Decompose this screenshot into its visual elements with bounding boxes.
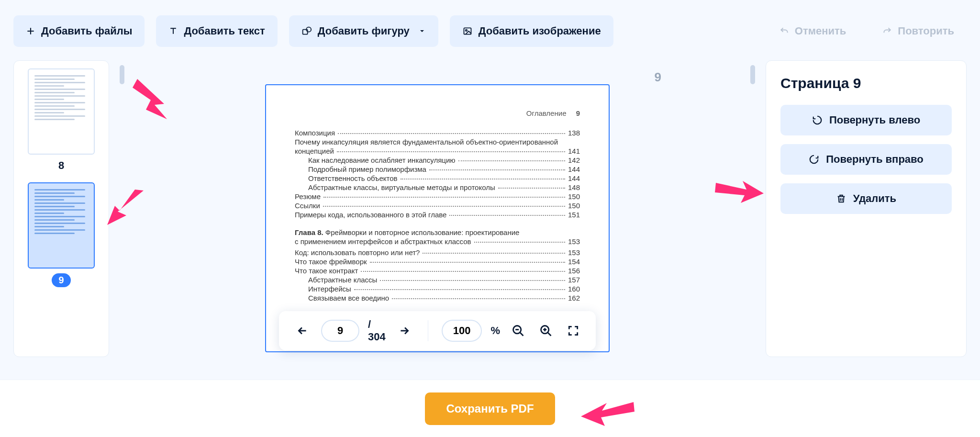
- toc-dots: [361, 271, 565, 272]
- delete-label: Удалить: [853, 192, 896, 205]
- toc-row: Что такое фреймворк154: [295, 258, 580, 266]
- toc-page: 153: [568, 248, 580, 257]
- toc-title: Ссылки: [295, 202, 320, 210]
- toc-page: 157: [568, 276, 580, 284]
- panel-title: Страница 9: [780, 75, 952, 91]
- toc-row: Интерфейсы160: [295, 285, 580, 293]
- next-page-button[interactable]: [394, 322, 414, 340]
- toc-page: 160: [568, 285, 580, 293]
- page-header-text: Оглавление: [526, 109, 567, 117]
- toc-dots: [354, 289, 565, 290]
- toc-dots: [498, 188, 565, 189]
- undo-button[interactable]: Отменить: [767, 15, 859, 47]
- rotate-right-button[interactable]: Повернуть вправо: [780, 144, 952, 175]
- toc-row: Композиция138: [295, 129, 580, 137]
- chapter-title-1: Фреймворки и повторное использование: пр…: [325, 228, 520, 236]
- toc-dots: [323, 206, 565, 207]
- toc-title: Связываем все воедино: [308, 294, 389, 302]
- toc-row: Абстрактные классы157: [295, 276, 580, 284]
- toc-dots: [380, 280, 565, 281]
- add-files-button[interactable]: Добавить файлы: [13, 15, 145, 47]
- total-pages: 304: [368, 331, 386, 343]
- save-pdf-label: Сохранить PDF: [446, 402, 534, 415]
- fullscreen-button[interactable]: [564, 322, 582, 340]
- zoom-input[interactable]: 100: [442, 320, 482, 342]
- toc-row: Ответственность объектов144: [295, 174, 580, 182]
- rotate-right-icon: [809, 154, 819, 165]
- undo-icon: [780, 26, 789, 36]
- zoom-value: 100: [453, 325, 471, 337]
- toc-row: Решение для электронного бизнеса172: [295, 351, 580, 352]
- toc-title: Код: использовать повторно или нет?: [295, 248, 420, 257]
- rotate-left-icon: [812, 115, 823, 125]
- toc-page: 138: [568, 129, 580, 137]
- delete-button[interactable]: Удалить: [780, 183, 952, 214]
- page-separator: / 304: [368, 318, 386, 343]
- toolbar: Добавить файлы Добавить текст Добавить ф…: [0, 0, 980, 60]
- toc-page: 144: [568, 165, 580, 173]
- toc-title: Что такое контракт: [295, 267, 358, 275]
- toc-dots: [392, 298, 565, 299]
- page-actions-panel: Страница 9 Повернуть влево Повернуть впр…: [766, 60, 967, 357]
- toc-page: 154: [568, 258, 580, 266]
- thumbnail-page-8[interactable]: [28, 68, 95, 155]
- toc-dots: [429, 169, 565, 170]
- zoom-unit: %: [490, 325, 500, 337]
- toc-dots: [370, 262, 565, 263]
- add-files-label: Добавить файлы: [41, 25, 132, 37]
- page-viewer: 9 Оглавление 9 Композиция138Почему инкап…: [122, 60, 752, 357]
- page-input[interactable]: 9: [321, 320, 359, 342]
- toc-page: 172: [568, 351, 580, 352]
- toc-dots: [338, 133, 565, 134]
- right-scroll-grip[interactable]: [750, 65, 755, 84]
- toc-dots: [337, 151, 565, 152]
- toc-page: 150: [568, 192, 580, 201]
- zoom-in-button[interactable]: [536, 321, 556, 340]
- toc-row: Связываем все воедино162: [295, 294, 580, 302]
- prev-page-button[interactable]: [292, 322, 312, 340]
- add-shape-button[interactable]: Добавить фигуру: [289, 15, 438, 47]
- plus-icon: [26, 26, 35, 36]
- zoom-out-button[interactable]: [509, 321, 528, 340]
- chapter-page: 153: [568, 237, 580, 246]
- undo-label: Отменить: [795, 25, 846, 37]
- toc-dots: [423, 253, 565, 254]
- toc-row: Почему инкапсуляция является фундаментал…: [295, 138, 580, 146]
- toc-title: концепцией: [295, 147, 334, 155]
- toc-title: Что такое фреймворк: [295, 258, 367, 266]
- image-icon: [462, 26, 473, 36]
- toc-row: Абстрактные классы, виртуальные методы и…: [295, 183, 580, 191]
- main-area: 8 9 9 Оглавление 9 Композиция138Почему и…: [0, 60, 980, 357]
- toc-block-1: Композиция138Почему инкапсуляция являетс…: [295, 129, 580, 219]
- chapter-label: Глава 8.: [295, 228, 323, 236]
- save-pdf-button[interactable]: Сохранить PDF: [425, 392, 555, 425]
- rotate-left-button[interactable]: Повернуть влево: [780, 105, 952, 135]
- toc-row: концепцией141: [295, 147, 580, 155]
- toc-dots: [449, 215, 565, 216]
- redo-button[interactable]: Повторить: [870, 15, 967, 47]
- add-image-button[interactable]: Добавить изображение: [450, 15, 613, 47]
- toc-row: Что такое контракт156: [295, 267, 580, 275]
- toc-page: 156: [568, 267, 580, 275]
- add-text-button[interactable]: Добавить текст: [156, 15, 277, 47]
- toc-page: 142: [568, 156, 580, 164]
- toc-title: Интерфейсы: [308, 285, 351, 293]
- rotate-right-label: Повернуть вправо: [826, 153, 924, 166]
- toc-dots: [458, 160, 565, 161]
- chapter-title-2: с применением интерфейсов и абстрактных …: [295, 237, 471, 246]
- toc-title: Примеры кода, использованного в этой гла…: [295, 211, 446, 219]
- toc-page: 148: [568, 183, 580, 191]
- thumbnail-panel: 8 9: [13, 60, 109, 357]
- toc-row: Подробный пример полиморфизма144: [295, 165, 580, 173]
- add-image-label: Добавить изображение: [479, 25, 601, 37]
- svg-point-3: [466, 30, 467, 31]
- toc-title: Композиция: [295, 129, 335, 137]
- toc-dots: [401, 179, 565, 179]
- toc-title: Резюме: [295, 192, 321, 201]
- thumbnail-page-9[interactable]: [28, 182, 95, 269]
- toc-dots: [323, 197, 565, 198]
- thumbnail-9-label: 9: [52, 273, 70, 287]
- toc-row: Ссылки150: [295, 202, 580, 210]
- toc-page: 144: [568, 174, 580, 182]
- toc-page: 151: [568, 211, 580, 219]
